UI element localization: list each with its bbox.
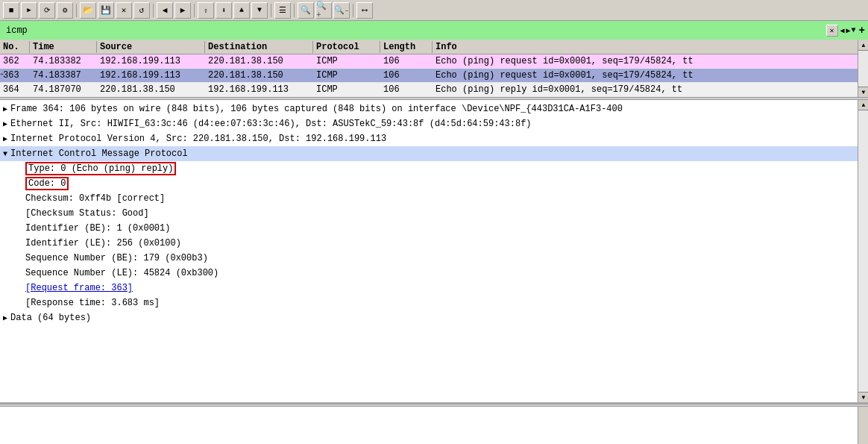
expand-arrow-ip[interactable]: ▶	[3, 134, 7, 145]
scrollbar-down-btn[interactable]: ▼	[858, 87, 868, 97]
filter-add-button[interactable]: +	[859, 25, 865, 37]
detail-row-response-time[interactable]: ▶ [Response time: 3.683 ms]	[0, 296, 868, 310]
cell-source: 192.168.199.113	[97, 69, 205, 81]
detail-text-data: Data (64 bytes)	[10, 311, 91, 325]
toolbar-separator-4	[271, 4, 271, 17]
toolbar-separator-5	[294, 4, 295, 17]
detail-row-id-be[interactable]: ▶ Identifier (BE): 1 (0x0001)	[0, 221, 868, 236]
detail-text-id-be: Identifier (BE): 1 (0x0001)	[25, 222, 170, 235]
toolbar-btn-prev[interactable]: ⬇	[216, 2, 232, 19]
filter-nav-prev[interactable]: ◀	[840, 26, 845, 35]
toolbar-btn-down[interactable]: ▼	[251, 2, 268, 19]
expand-arrow-data[interactable]: ▶	[3, 313, 7, 324]
detail-text-frame: Frame 364: 106 bytes on wire (848 bits),…	[10, 102, 623, 116]
detail-text-ethernet: Ethernet II, Src: HIWIFI_63:3c:46 (d4:ee…	[10, 117, 532, 131]
toolbar-btn-zoom-reset[interactable]: 🔍	[298, 2, 314, 19]
toolbar-btn-open[interactable]: 📂	[80, 2, 96, 19]
detail-scrollbar-down[interactable]: ▼	[858, 392, 868, 402]
cell-protocol: ICMP	[313, 55, 380, 67]
packet-list-header: No. Time Source Destination Protocol Len…	[0, 40, 868, 54]
toolbar-btn-start[interactable]: ▶	[21, 2, 37, 19]
detail-row-type[interactable]: ▶ Type: 0 (Echo (ping) reply)	[0, 161, 868, 176]
toolbar-btn-up[interactable]: ▲	[233, 2, 250, 19]
scrollbar-track	[858, 51, 868, 87]
col-header-destination: Destination	[205, 41, 313, 53]
toolbar-btn-reload[interactable]: ↺	[133, 2, 150, 19]
toolbar-btn-options[interactable]: ⚙	[57, 2, 73, 19]
filter-input[interactable]: icmp	[3, 25, 826, 36]
expand-arrow-icmp[interactable]: ▼	[3, 148, 7, 160]
expand-arrow-ethernet[interactable]: ▶	[3, 119, 7, 130]
cell-destination: 220.181.38.150	[205, 55, 313, 67]
toolbar-btn-resize[interactable]: ⟷	[356, 2, 373, 19]
detail-row-id-le[interactable]: ▶ Identifier (LE): 256 (0x0100)	[0, 236, 868, 251]
table-row[interactable]: → 363 74.183387 192.168.199.113 220.181.…	[0, 69, 868, 83]
toolbar-btn-zoom-out[interactable]: 🔍-	[333, 2, 350, 19]
toolbar-btn-forward[interactable]: ▶	[174, 2, 191, 19]
packet-list-scrollbar: ▲ ▼	[858, 40, 868, 97]
toolbar-btn-close[interactable]: ✕	[116, 2, 132, 19]
cell-source: 192.168.199.113	[97, 55, 205, 67]
toolbar-btn-colorize[interactable]: ☰	[274, 2, 291, 19]
main-area: No. Time Source Destination Protocol Len…	[0, 40, 868, 444]
cell-no: 364	[0, 84, 30, 96]
col-header-protocol: Protocol	[313, 41, 380, 53]
toolbar-btn-restart[interactable]: ⟳	[39, 2, 55, 19]
cell-protocol: ICMP	[313, 69, 380, 81]
detail-row-frame[interactable]: ▶ Frame 364: 106 bytes on wire (848 bits…	[0, 101, 868, 116]
detail-scrollbar: ▲ ▼	[858, 100, 868, 402]
filter-menu[interactable]: ▼	[852, 26, 856, 34]
detail-scrollbar-up[interactable]: ▲	[858, 100, 868, 110]
cell-info: Echo (ping) request id=0x0001, seq=179/4…	[433, 55, 868, 67]
toolbar-btn-stop[interactable]: ■	[3, 2, 19, 19]
detail-scrollbar-track	[858, 110, 868, 392]
filter-clear-button[interactable]: ✕	[826, 25, 838, 37]
col-header-no: No.	[0, 41, 30, 53]
detail-text-checksum: Checksum: 0xff4b [correct]	[25, 192, 165, 205]
toolbar-btn-save[interactable]: 💾	[98, 2, 114, 19]
hex-pane	[0, 407, 868, 444]
scrollbar-up-btn[interactable]: ▲	[858, 40, 868, 51]
detail-pane: ▶ Frame 364: 106 bytes on wire (848 bits…	[0, 100, 868, 404]
detail-text-id-le: Identifier (LE): 256 (0x0100)	[25, 237, 181, 250]
table-row[interactable]: 362 74.183382 192.168.199.113 220.181.38…	[0, 54, 868, 69]
detail-text-icmp: Internet Control Message Protocol	[10, 147, 188, 160]
detail-row-icmp[interactable]: ▼ Internet Control Message Protocol	[0, 146, 868, 161]
detail-text-ip: Internet Protocol Version 4, Src: 220.18…	[10, 132, 386, 146]
expand-arrow-frame[interactable]: ▶	[3, 104, 7, 115]
cell-time: 74.183387	[30, 69, 97, 81]
cell-time: 74.183382	[30, 55, 97, 67]
detail-text-code: Code: 0	[25, 177, 69, 190]
toolbar-btn-goto[interactable]: ⇧	[198, 2, 214, 19]
hex-scrollbar	[858, 407, 868, 444]
table-row[interactable]: 364 74.187070 220.181.38.150 192.168.199…	[0, 83, 868, 97]
cell-length: 106	[380, 55, 433, 67]
cell-info: Echo (ping) request id=0x0001, seq=179/4…	[433, 69, 868, 81]
detail-text-seq-le: Sequence Number (LE): 45824 (0xb300)	[25, 266, 218, 280]
cell-source: 220.181.38.150	[97, 84, 205, 96]
cell-no: → 363	[0, 69, 30, 81]
col-header-source: Source	[97, 41, 205, 53]
cell-length: 106	[380, 84, 433, 96]
detail-row-ethernet[interactable]: ▶ Ethernet II, Src: HIWIFI_63:3c:46 (d4:…	[0, 116, 868, 131]
toolbar-btn-back[interactable]: ◀	[157, 2, 173, 19]
detail-row-code[interactable]: ▶ Code: 0	[0, 176, 868, 191]
toolbar-separator-2	[153, 4, 154, 17]
detail-text-seq-be: Sequence Number (BE): 179 (0x00b3)	[25, 251, 208, 265]
detail-text-request-frame[interactable]: [Request frame: 363]	[25, 281, 133, 295]
detail-row-seq-le[interactable]: ▶ Sequence Number (LE): 45824 (0xb300)	[0, 266, 868, 281]
detail-text-response-time: [Response time: 3.683 ms]	[25, 296, 160, 310]
detail-row-request-frame[interactable]: ▶ [Request frame: 363]	[0, 281, 868, 296]
detail-row-seq-be[interactable]: ▶ Sequence Number (BE): 179 (0x00b3)	[0, 251, 868, 266]
cell-no: 362	[0, 55, 30, 67]
detail-row-ip[interactable]: ▶ Internet Protocol Version 4, Src: 220.…	[0, 131, 868, 146]
filter-nav-next[interactable]: ▶	[846, 26, 851, 35]
cell-length: 106	[380, 69, 433, 81]
filter-bar: icmp ✕ ◀ ▶ ▼ +	[0, 21, 868, 40]
detail-row-checksum[interactable]: ▶ Checksum: 0xff4b [correct]	[0, 191, 868, 206]
toolbar-btn-zoom-in[interactable]: 🔍+	[315, 2, 332, 19]
col-header-time: Time	[30, 41, 97, 53]
detail-row-data[interactable]: ▶ Data (64 bytes)	[0, 310, 868, 325]
toolbar-separator-3	[194, 4, 195, 17]
detail-row-checksum-status[interactable]: ▶ [Checksum Status: Good]	[0, 206, 868, 221]
